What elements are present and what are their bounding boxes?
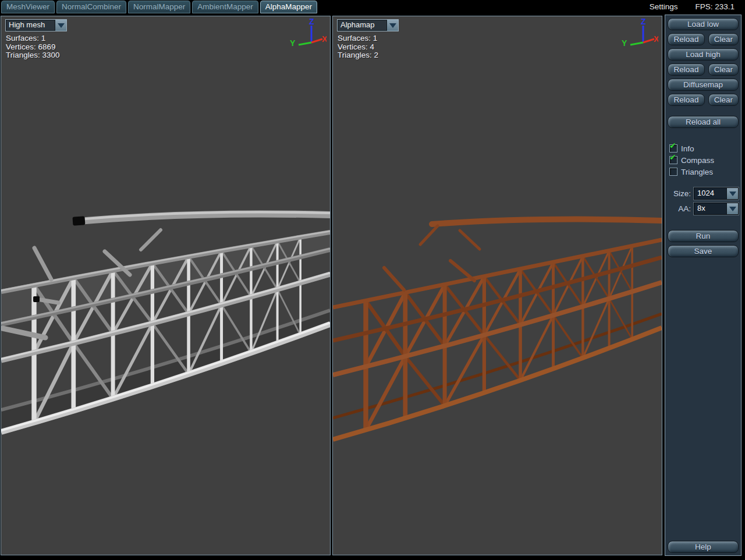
alphamap-info: Surfaces: 1 Vertices: 4 Triangles: 2	[338, 34, 378, 60]
clear-high-button[interactable]: Clear	[708, 63, 739, 76]
triangles-info: Triangles: 2	[338, 51, 378, 60]
triangles-info: Triangles: 3300	[6, 51, 60, 60]
reload-diffuse-button[interactable]: Reload	[668, 94, 705, 106]
high-mesh-select-value: High mesh	[6, 20, 55, 31]
info-checkbox-label: Info	[681, 144, 694, 153]
reload-low-button[interactable]: Reload	[668, 33, 705, 45]
y-axis-label: Y	[622, 38, 627, 48]
dropdown-arrow-icon	[726, 203, 738, 214]
alphamap-render-canvas[interactable]	[333, 16, 662, 555]
control-panel: Load low Reload Clear Load high Reload C…	[665, 15, 742, 556]
z-axis-label: Z	[641, 18, 646, 26]
fps-counter: FPS: 233.1	[695, 2, 735, 11]
high-mesh-info: Surfaces: 1 Vertices: 6869 Triangles: 33…	[6, 34, 60, 60]
vertices-info: Vertices: 6869	[6, 43, 60, 52]
size-select[interactable]: 1024	[694, 187, 739, 200]
size-select-value: 1024	[694, 188, 726, 199]
tab-meshviewer[interactable]: MeshViewer	[1, 1, 55, 13]
info-checkbox-row[interactable]: Info	[668, 143, 739, 154]
high-mesh-select[interactable]: High mesh	[5, 19, 67, 31]
y-axis-label: Y	[290, 38, 296, 48]
tab-normalmapper[interactable]: NormalMapper	[128, 1, 190, 13]
info-checkbox[interactable]	[669, 144, 677, 153]
dropdown-arrow-icon	[55, 20, 66, 31]
size-label: Size:	[668, 189, 691, 198]
axis-compass: Z Y X	[288, 18, 327, 48]
aa-label: AA:	[668, 204, 691, 213]
z-axis-label: Z	[309, 18, 314, 26]
dropdown-arrow-icon	[726, 188, 738, 199]
settings-button[interactable]: Settings	[650, 2, 678, 11]
diffusemap-button[interactable]: Diffusemap	[668, 79, 739, 91]
aa-select[interactable]: 8x	[694, 203, 739, 215]
vertices-info: Vertices: 4	[338, 43, 378, 52]
run-button[interactable]: Run	[668, 230, 739, 242]
compass-checkbox[interactable]	[669, 156, 677, 164]
reload-all-button[interactable]: Reload all	[668, 116, 739, 128]
compass-checkbox-label: Compass	[681, 156, 714, 165]
aa-select-value: 8x	[694, 203, 726, 214]
dropdown-arrow-icon	[386, 20, 398, 31]
high-mesh-render-canvas[interactable]	[1, 16, 330, 555]
save-button[interactable]: Save	[668, 245, 739, 257]
tab-normalcombiner[interactable]: NormalCombiner	[56, 1, 126, 13]
reload-high-button[interactable]: Reload	[668, 63, 705, 76]
clear-diffuse-button[interactable]: Clear	[708, 94, 739, 106]
tab-alphamapper[interactable]: AlphaMapper	[260, 1, 317, 13]
alphamap-select[interactable]: Alphamap	[337, 19, 399, 31]
x-axis-label: X	[654, 34, 658, 44]
clear-low-button[interactable]: Clear	[708, 33, 739, 45]
tab-strip: MeshViewer NormalCombiner NormalMapper A…	[0, 0, 317, 13]
top-tab-bar: MeshViewer NormalCombiner NormalMapper A…	[0, 0, 745, 16]
axis-compass: Z Y X	[620, 18, 658, 48]
compass-checkbox-row[interactable]: Compass	[668, 154, 739, 166]
x-axis-label: X	[322, 34, 327, 44]
triangles-checkbox[interactable]	[669, 168, 677, 176]
alphamap-viewport[interactable]: Alphamap Surfaces: 1 Vertices: 4 Triangl…	[332, 16, 662, 555]
load-high-button[interactable]: Load high	[668, 48, 739, 61]
triangles-checkbox-label: Triangles	[681, 168, 713, 176]
high-mesh-viewport[interactable]: High mesh Surfaces: 1 Vertices: 6869 Tri…	[1, 16, 331, 555]
surfaces-info: Surfaces: 1	[338, 34, 378, 43]
load-low-button[interactable]: Load low	[668, 18, 739, 30]
triangles-checkbox-row[interactable]: Triangles	[668, 166, 739, 178]
tab-ambientmapper[interactable]: AmbientMapper	[192, 1, 258, 13]
alphamap-select-value: Alphamap	[338, 20, 386, 31]
help-button[interactable]: Help	[668, 541, 739, 553]
surfaces-info: Surfaces: 1	[6, 34, 60, 43]
